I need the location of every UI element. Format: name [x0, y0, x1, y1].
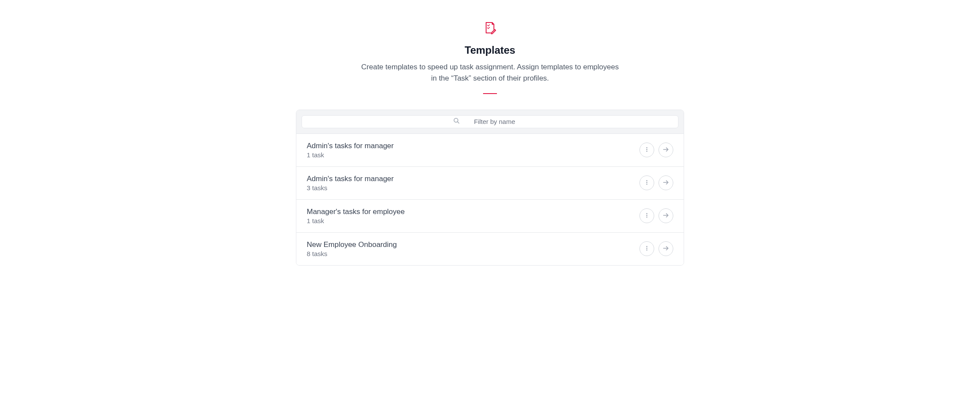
template-info: Admin's tasks for manager 1 task — [307, 142, 394, 159]
svg-point-10 — [646, 213, 648, 214]
template-row[interactable]: Admin's tasks for manager 3 tasks — [296, 167, 684, 200]
svg-point-16 — [646, 249, 648, 250]
template-subtitle: 1 task — [307, 217, 405, 224]
dots-vertical-icon — [644, 212, 650, 220]
template-info: New Employee Onboarding 8 tasks — [307, 240, 397, 257]
template-row[interactable]: Admin's tasks for manager 1 task — [296, 134, 684, 167]
dots-vertical-icon — [644, 146, 650, 154]
svg-point-11 — [646, 214, 648, 216]
template-subtitle: 3 tasks — [307, 184, 394, 192]
open-button[interactable] — [659, 208, 673, 223]
template-subtitle: 8 tasks — [307, 250, 397, 257]
search-icon — [453, 117, 460, 126]
dots-vertical-icon — [644, 245, 650, 253]
arrow-right-icon — [662, 245, 669, 253]
open-button[interactable] — [659, 175, 673, 190]
header-section: Templates Create templates to speed up t… — [360, 21, 620, 110]
template-info: Manager's tasks for employee 1 task — [307, 208, 405, 224]
filter-input-wrapper[interactable] — [302, 115, 678, 128]
template-title: Admin's tasks for manager — [307, 142, 394, 150]
svg-point-3 — [646, 149, 648, 150]
svg-point-12 — [646, 216, 648, 217]
arrow-right-icon — [662, 212, 669, 220]
filter-input[interactable] — [462, 118, 527, 125]
template-title: Manager's tasks for employee — [307, 208, 405, 216]
row-actions — [639, 175, 673, 190]
svg-point-4 — [646, 150, 648, 152]
row-actions — [639, 143, 673, 157]
more-options-button[interactable] — [639, 241, 654, 256]
template-title: New Employee Onboarding — [307, 240, 397, 249]
svg-point-14 — [646, 246, 648, 247]
open-button[interactable] — [659, 143, 673, 157]
arrow-right-icon — [662, 179, 669, 187]
dots-vertical-icon — [644, 179, 650, 187]
svg-point-7 — [646, 182, 648, 183]
svg-point-6 — [646, 180, 648, 181]
more-options-button[interactable] — [639, 208, 654, 223]
more-options-button[interactable] — [639, 143, 654, 157]
filter-bar — [296, 110, 684, 134]
arrow-right-icon — [662, 146, 669, 154]
open-button[interactable] — [659, 241, 673, 256]
template-info: Admin's tasks for manager 3 tasks — [307, 175, 394, 192]
template-row[interactable]: New Employee Onboarding 8 tasks — [296, 233, 684, 265]
more-options-button[interactable] — [639, 175, 654, 190]
accent-divider — [483, 93, 497, 94]
document-edit-icon — [483, 21, 497, 37]
svg-line-1 — [458, 122, 459, 123]
templates-panel: Admin's tasks for manager 1 task Admin's… — [296, 110, 684, 266]
template-subtitle: 1 task — [307, 151, 394, 159]
row-actions — [639, 241, 673, 256]
svg-point-2 — [646, 147, 648, 148]
svg-point-8 — [646, 183, 648, 185]
page-description: Create templates to speed up task assign… — [360, 62, 620, 84]
page-title: Templates — [465, 44, 516, 56]
row-actions — [639, 208, 673, 223]
svg-point-15 — [646, 247, 648, 249]
template-row[interactable]: Manager's tasks for employee 1 task — [296, 200, 684, 233]
template-title: Admin's tasks for manager — [307, 175, 394, 183]
